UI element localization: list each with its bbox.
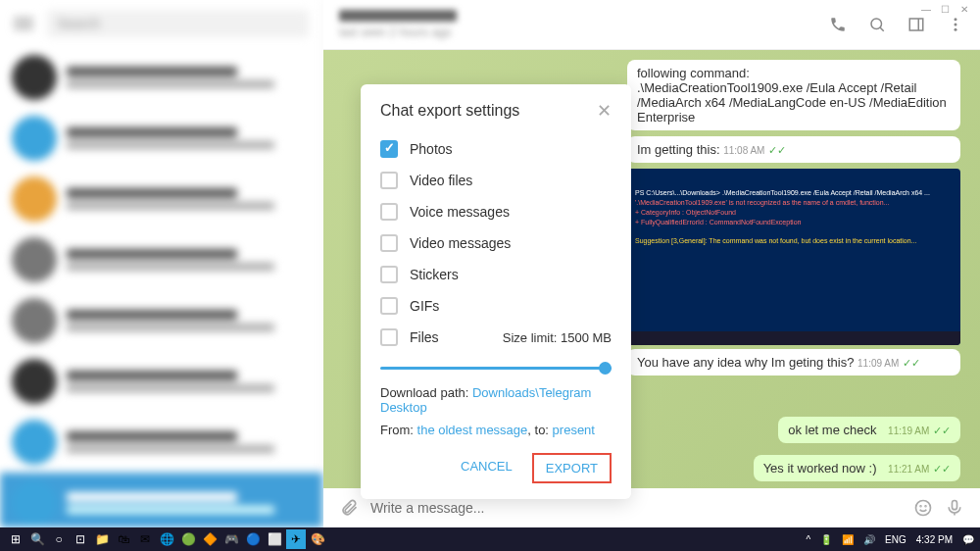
chat-item[interactable] bbox=[0, 290, 322, 351]
option-voice-messages[interactable]: Voice messages bbox=[380, 196, 612, 227]
lang-indicator[interactable]: ENG bbox=[885, 534, 906, 545]
svg-point-5 bbox=[955, 24, 957, 26]
option-gifs[interactable]: GIFs bbox=[380, 290, 612, 322]
start-icon[interactable]: ⊞ bbox=[6, 529, 25, 549]
message-out: Yes it worked now :) 11:21 AM ✓✓ bbox=[754, 455, 960, 481]
option-files[interactable]: Files bbox=[380, 328, 439, 346]
mic-icon[interactable] bbox=[945, 498, 964, 518]
volume-icon[interactable]: 🔊 bbox=[863, 534, 875, 545]
svg-point-6 bbox=[955, 28, 957, 31]
slider-thumb[interactable] bbox=[599, 362, 612, 375]
svg-point-0 bbox=[871, 19, 882, 29]
store-icon[interactable]: 🛍 bbox=[114, 529, 133, 549]
taskview-icon[interactable]: ⊡ bbox=[71, 529, 90, 549]
notifications-icon[interactable]: 💬 bbox=[962, 534, 974, 545]
emoji-icon[interactable] bbox=[913, 498, 933, 518]
app-icon[interactable]: 🟢 bbox=[178, 529, 198, 549]
chat-item[interactable] bbox=[0, 108, 322, 169]
chat-title bbox=[339, 10, 457, 22]
call-icon[interactable] bbox=[829, 16, 847, 33]
svg-point-7 bbox=[916, 501, 931, 516]
option-video-messages[interactable]: Video messages bbox=[380, 227, 612, 259]
cortana-icon[interactable]: ○ bbox=[49, 529, 69, 549]
explorer-icon[interactable]: 📁 bbox=[92, 529, 112, 549]
cancel-button[interactable]: CANCEL bbox=[449, 453, 524, 483]
read-checks-icon: ✓✓ bbox=[903, 357, 920, 369]
app-icon[interactable]: 🔶 bbox=[200, 529, 220, 549]
svg-rect-2 bbox=[909, 19, 923, 30]
telegram-icon[interactable]: ✈ bbox=[286, 529, 306, 549]
message-time: 11:21 AM bbox=[888, 464, 929, 475]
paint-icon[interactable]: 🎨 bbox=[308, 529, 327, 549]
checkbox-icon[interactable] bbox=[380, 140, 398, 158]
option-video-files[interactable]: Video files bbox=[380, 165, 612, 196]
search-taskbar-icon[interactable]: 🔍 bbox=[27, 529, 47, 549]
from-to-row: From: the oldest message, to: present bbox=[380, 423, 612, 437]
message-time: 11:08 AM bbox=[723, 145, 764, 156]
message-in: Im getting this: 11:08 AM ✓✓ bbox=[627, 136, 960, 163]
checkbox-icon[interactable] bbox=[380, 266, 398, 283]
close-button[interactable]: ✕ bbox=[960, 4, 972, 16]
read-checks-icon: ✓✓ bbox=[933, 463, 951, 475]
size-slider[interactable] bbox=[380, 367, 612, 370]
svg-point-8 bbox=[920, 506, 921, 507]
attach-icon[interactable] bbox=[339, 498, 359, 518]
checkbox-icon[interactable] bbox=[380, 172, 398, 189]
chat-item[interactable] bbox=[0, 351, 322, 412]
checkbox-icon[interactable] bbox=[380, 297, 398, 315]
chat-item[interactable] bbox=[0, 229, 322, 290]
message-input[interactable] bbox=[370, 500, 902, 516]
modal-title: Chat export settings bbox=[380, 102, 519, 120]
sidebar: Search bbox=[0, 0, 323, 527]
message-in: You have any idea why Im geting this? 11… bbox=[627, 349, 960, 376]
tray-up-icon[interactable]: ^ bbox=[806, 534, 810, 545]
minimize-button[interactable]: — bbox=[921, 4, 933, 16]
chrome-icon[interactable]: 🌐 bbox=[157, 529, 176, 549]
checkbox-icon[interactable] bbox=[380, 234, 398, 252]
size-limit-label: Size limit: 1500 MB bbox=[503, 330, 612, 345]
export-modal: Chat export settings ✕ Photos Video file… bbox=[361, 84, 631, 499]
export-button[interactable]: EXPORT bbox=[532, 453, 612, 483]
app-icon[interactable]: ⬜ bbox=[265, 529, 284, 549]
app-icon[interactable]: 🎮 bbox=[221, 529, 241, 549]
wifi-icon[interactable]: 📶 bbox=[842, 534, 854, 545]
from-link[interactable]: the oldest message bbox=[417, 423, 528, 437]
menu-icon[interactable] bbox=[14, 18, 33, 29]
close-icon[interactable]: ✕ bbox=[597, 100, 612, 122]
message-image[interactable]: PS C:\Users\...\Downloads> .\MediaCreati… bbox=[627, 169, 960, 345]
read-checks-icon: ✓✓ bbox=[768, 144, 786, 156]
taskbar: ⊞ 🔍 ○ ⊡ 📁 🛍 ✉ 🌐 🟢 🔶 🎮 🔵 ⬜ ✈ 🎨 ^ 🔋 📶 🔊 EN… bbox=[0, 527, 980, 551]
option-stickers[interactable]: Stickers bbox=[380, 259, 612, 290]
chat-header: last seen 2 hours ago bbox=[323, 0, 980, 50]
message-time: 11:09 AM bbox=[858, 358, 899, 369]
mail-icon[interactable]: ✉ bbox=[135, 529, 155, 549]
svg-point-9 bbox=[925, 506, 926, 507]
to-link[interactable]: present bbox=[553, 423, 595, 437]
chat-status: last seen 2 hours ago bbox=[339, 25, 457, 39]
clock[interactable]: 4:32 PM bbox=[916, 534, 953, 545]
read-checks-icon: ✓✓ bbox=[933, 425, 951, 436]
chat-item[interactable] bbox=[0, 47, 322, 108]
message-time: 11:19 AM bbox=[888, 426, 929, 436]
search-icon[interactable] bbox=[868, 16, 886, 33]
checkbox-icon[interactable] bbox=[380, 203, 398, 221]
option-photos[interactable]: Photos bbox=[380, 133, 612, 165]
search-input[interactable]: Search bbox=[47, 10, 309, 37]
chat-item[interactable] bbox=[0, 412, 322, 473]
chat-list bbox=[0, 47, 322, 527]
message-out: ok let me check 11:19 AM ✓✓ bbox=[778, 417, 960, 443]
message-in: following command: .\MediaCreationTool19… bbox=[627, 60, 960, 130]
download-path: Download path: Downloads\Telegram Deskto… bbox=[380, 385, 612, 415]
chat-item-selected[interactable] bbox=[0, 473, 322, 527]
svg-rect-10 bbox=[953, 501, 957, 510]
window-controls: — ☐ ✕ bbox=[913, 0, 980, 20]
chat-item[interactable] bbox=[0, 169, 322, 229]
battery-icon[interactable]: 🔋 bbox=[820, 534, 832, 545]
edge-icon[interactable]: 🔵 bbox=[243, 529, 263, 549]
checkbox-icon[interactable] bbox=[380, 328, 398, 346]
maximize-button[interactable]: ☐ bbox=[941, 4, 953, 16]
svg-line-1 bbox=[880, 27, 884, 31]
